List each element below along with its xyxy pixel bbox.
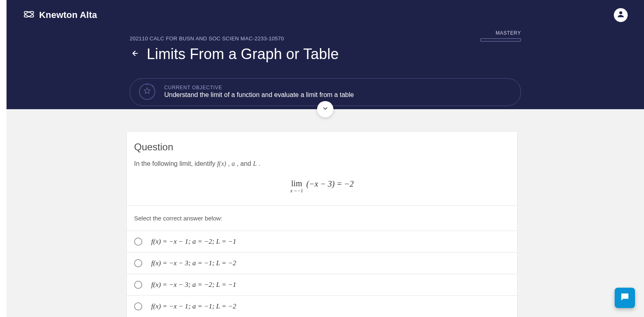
arrow-left-icon [130, 48, 139, 60]
chat-icon [620, 292, 630, 304]
brand: Knewton Alta [23, 8, 97, 22]
limit-word: lim [291, 179, 302, 187]
option-label: f(x) = −x − 1; a = −1; L = −2 [151, 302, 236, 310]
prompt-text: , and [237, 160, 253, 167]
course-code: 202110 CALC FOR BUSN AND SOC SCIEN MAC-2… [130, 35, 284, 42]
answer-option[interactable]: f(x) = −x − 3; a = −2; L = −1 [127, 274, 517, 296]
radio-input[interactable] [134, 259, 142, 267]
person-icon [616, 10, 625, 20]
mastery-block: MASTERY [480, 30, 521, 42]
objective-description: Understand the limit of a function and e… [164, 91, 354, 99]
prompt-text: In the following limit, identify [134, 160, 217, 167]
page-title: Limits From a Graph or Table [147, 46, 339, 63]
left-gutter [0, 0, 7, 317]
mastery-label: MASTERY [480, 30, 521, 36]
expand-header-button[interactable] [317, 101, 333, 117]
limit-subscript: x→−1 [290, 188, 303, 193]
brand-name: Knewton Alta [39, 10, 97, 20]
prompt-text: . [258, 160, 260, 167]
radio-input[interactable] [134, 302, 142, 310]
limit-body: (−x − 3) = −2 [307, 179, 354, 188]
star-icon [143, 87, 151, 96]
back-button[interactable] [130, 48, 139, 60]
svg-point-2 [24, 14, 26, 15]
mastery-progress-bar [480, 38, 521, 42]
header: Knewton Alta 202110 CALC FOR BUSN AND SO… [7, 0, 644, 109]
answer-option[interactable]: f(x) = −x − 1; a = −1; L = −2 [127, 296, 517, 317]
question-heading: Question [134, 141, 510, 153]
question-card: Question In the following limit, identif… [126, 131, 518, 317]
prompt-math-L: L [253, 160, 257, 167]
chevron-down-icon [322, 105, 329, 114]
brand-logo-icon [23, 8, 35, 22]
answer-option[interactable]: f(x) = −x − 3; a = −1; L = −2 [127, 253, 517, 274]
objective-progress-ring [139, 84, 155, 100]
answer-option[interactable]: f(x) = −x − 1; a = −2; L = −1 [127, 231, 517, 253]
select-answer-label: Select the correct answer below: [127, 206, 517, 231]
option-label: f(x) = −x − 3; a = −1; L = −2 [151, 259, 236, 267]
account-avatar-button[interactable] [614, 8, 628, 22]
radio-input[interactable] [134, 281, 142, 289]
prompt-math-a: a [232, 160, 235, 167]
question-prompt: In the following limit, identify f(x) , … [134, 160, 510, 167]
prompt-text: , [228, 160, 232, 167]
radio-input[interactable] [134, 238, 142, 246]
prompt-math-fx: f(x) [217, 160, 226, 167]
question-limit-formula: lim x→−1 (−x − 3) = −2 [134, 179, 510, 193]
chat-button[interactable] [615, 288, 635, 308]
option-label: f(x) = −x − 3; a = −2; L = −1 [151, 281, 236, 288]
objective-caption: CURRENT OBJECTIVE [164, 85, 354, 90]
option-label: f(x) = −x − 1; a = −2; L = −1 [151, 238, 236, 245]
